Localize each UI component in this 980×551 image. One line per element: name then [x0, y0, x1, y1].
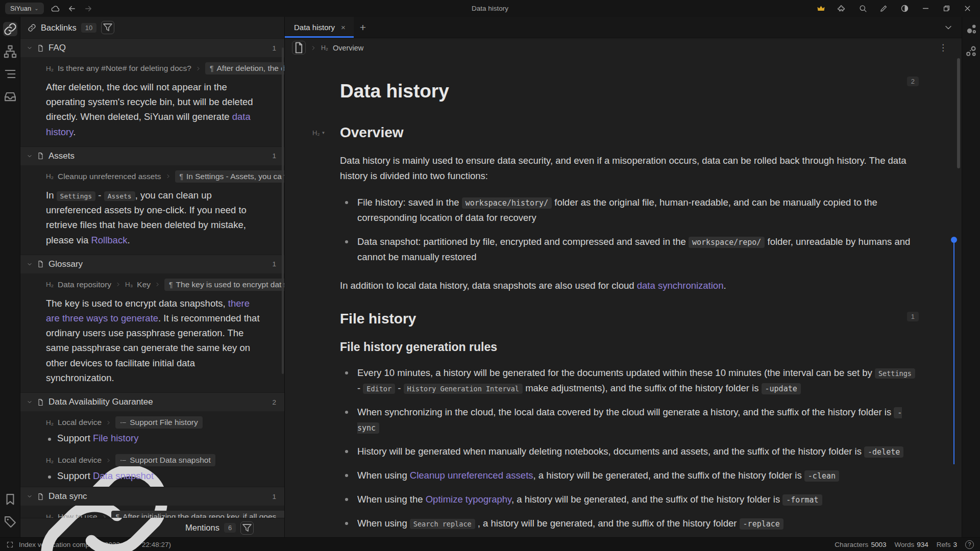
close-window-icon[interactable] — [963, 4, 972, 13]
breadcrumb-heading-label[interactable]: Overview — [333, 44, 363, 52]
heading-text[interactable]: Local device — [58, 456, 102, 465]
backlink-block[interactable]: After deletion, the doc will not appear … — [20, 76, 284, 146]
help-icon[interactable]: ? — [965, 540, 974, 549]
heading-text[interactable]: Key — [137, 280, 151, 289]
ref-link[interactable]: data synchronization — [637, 280, 724, 291]
ref-link[interactable]: File history — [93, 433, 138, 443]
doc-icon — [37, 44, 44, 52]
backlink-doc-header[interactable]: Data sync1 — [20, 487, 284, 506]
cloud-icon[interactable] — [51, 4, 60, 13]
graph-dock-icon[interactable] — [3, 44, 17, 59]
outline-dock-icon[interactable] — [3, 67, 17, 81]
app-menu-button[interactable]: SiYuan ⌄ — [5, 3, 44, 14]
list-item[interactable]: Data snapshot: partitioned by file, encr… — [340, 234, 918, 265]
list-item[interactable]: When using Search replace , a history wi… — [340, 516, 918, 531]
kbd-span: Settings — [57, 191, 96, 201]
heading-text[interactable]: Local device — [58, 418, 102, 427]
backlink-breadcrumb[interactable]: H₂How to use¶After initializing the data… — [20, 506, 284, 518]
back-icon[interactable] — [67, 4, 77, 13]
list-item[interactable]: When synchronizing in the cloud, the loc… — [340, 405, 918, 435]
vip-crown-icon[interactable] — [817, 4, 825, 13]
backlink-breadcrumb[interactable]: H₂Local deviceSupport Data snapshot — [20, 449, 284, 467]
tab-close-icon[interactable]: × — [341, 23, 346, 32]
doc-more-icon[interactable]: ⋮ — [939, 42, 947, 53]
mentions-filter-button[interactable] — [240, 521, 254, 535]
collapse-caret-icon[interactable]: ▼ — [321, 131, 325, 135]
ref-link[interactable]: there are three ways to generate — [46, 298, 250, 323]
heading-gutter-marker[interactable]: H₂▼ — [312, 129, 325, 137]
chevron-down-icon[interactable] — [27, 153, 33, 159]
list-item[interactable]: Every 10 minutes, a history will be gene… — [340, 365, 918, 396]
ref-count-badge[interactable]: 2 — [907, 77, 919, 86]
chevron-right-icon — [195, 66, 201, 71]
backlink-block[interactable]: Support Data snapshot — [20, 467, 284, 487]
backlinks-dock-icon[interactable] — [3, 22, 17, 36]
tab-data-history[interactable]: Data history × — [285, 17, 354, 38]
list-item[interactable]: History will be generated when manually … — [340, 444, 918, 459]
global-graph-dock-icon[interactable] — [964, 44, 978, 59]
chevron-down-icon[interactable] — [27, 399, 33, 405]
backlink-doc-header[interactable]: Assets1 — [20, 146, 284, 165]
backlink-doc-header[interactable]: Glossary1 — [20, 255, 284, 273]
backlink-breadcrumb[interactable]: H₂Data repositoryH₃Key¶The key is used t… — [20, 273, 284, 292]
block-crumb-chip[interactable]: Support Data snapshot — [115, 454, 215, 466]
inbox-dock-icon[interactable] — [3, 89, 17, 104]
theme-contrast-icon[interactable] — [900, 4, 909, 13]
heading-text[interactable]: How to use — [58, 512, 97, 518]
doc-icon[interactable] — [292, 41, 306, 55]
ref-link[interactable]: Cleanup unreferenced assets — [410, 470, 533, 481]
bookmark-dock-icon[interactable] — [3, 492, 17, 507]
backlinks-filter-button[interactable] — [101, 21, 114, 34]
chevron-right-icon — [155, 282, 160, 287]
chevron-down-icon[interactable] — [27, 493, 33, 499]
plugin-icon[interactable] — [838, 4, 846, 13]
heading-text[interactable]: Is there any #Note# for deleting docs? — [58, 64, 191, 73]
list-item[interactable]: File history: saved in the workspace/his… — [340, 195, 918, 226]
search-icon[interactable] — [859, 4, 867, 13]
block-crumb-chip[interactable]: Support File history — [115, 416, 203, 429]
ref-count-badge[interactable]: 1 — [907, 312, 919, 321]
ref-link[interactable]: data history — [46, 111, 251, 137]
block-crumb-chip[interactable]: ¶After initializing the data repo key, i… — [111, 511, 284, 518]
code-span: -clean — [804, 470, 839, 482]
backlink-breadcrumb[interactable]: H₂Local deviceSupport File history — [20, 411, 284, 430]
doc-paragraph[interactable]: In addition to local data history, data … — [340, 278, 918, 293]
mentions-bar[interactable]: Mentions 6 — [20, 518, 284, 537]
backlink-breadcrumb[interactable]: H₂Cleanup unreferenced assets¶In Setting… — [20, 165, 284, 184]
backlink-block[interactable]: In Settings - Assets, you can clean up u… — [20, 184, 284, 255]
paragraph-icon: ¶ — [169, 281, 173, 289]
list-item[interactable]: When using the Optimize typography, a hi… — [340, 492, 918, 507]
heading-text[interactable]: Data repository — [58, 280, 111, 289]
graph-view-dock-icon[interactable] — [964, 22, 978, 36]
heading-text[interactable]: Cleanup unreferenced assets — [58, 172, 161, 181]
chevron-right-icon — [106, 458, 111, 463]
chevron-down-icon[interactable] — [27, 45, 33, 51]
kbd-span: Editor — [363, 384, 395, 394]
backlink-doc-header[interactable]: Data Availability Guarantee2 — [20, 392, 284, 411]
ref-link[interactable]: Rollback — [91, 235, 127, 245]
ref-link[interactable]: Data snapshot — [93, 470, 154, 481]
doc-paragraph[interactable]: Data history is mainly used to ensure da… — [340, 153, 918, 184]
minimize-icon[interactable] — [921, 4, 930, 13]
backlink-breadcrumb[interactable]: H₂Is there any #Note# for deleting docs?… — [20, 57, 284, 76]
tab-list-chevron-icon[interactable] — [943, 22, 953, 33]
scroll-position-dot[interactable] — [951, 237, 957, 243]
chevron-right-icon — [115, 282, 121, 287]
forward-icon[interactable] — [84, 4, 93, 13]
restore-window-icon[interactable] — [942, 4, 951, 13]
tab-label: Data history — [294, 23, 335, 32]
list-item[interactable]: When using Cleanup unreferenced assets, … — [340, 468, 918, 483]
ref-link[interactable]: Optimize typography — [426, 494, 511, 505]
editor-scrollbar[interactable] — [957, 58, 960, 168]
chevron-down-icon[interactable] — [27, 261, 33, 267]
backlink-block[interactable]: Support File history — [20, 430, 284, 449]
block-crumb-chip[interactable]: ¶The key is used to encrypt data sna — [164, 279, 284, 291]
new-tab-button[interactable]: + — [354, 17, 372, 38]
block-crumb-chip[interactable]: ¶In Settings - Assets, you can clea — [175, 170, 285, 183]
backlink-doc-header[interactable]: FAQ1 — [20, 38, 284, 57]
tag-dock-icon[interactable] — [3, 515, 17, 529]
backlink-block[interactable]: The key is used to encrypt data snapshot… — [20, 292, 284, 392]
block-crumb-chip[interactable]: ¶After deletion, the doc — [205, 62, 284, 74]
panel-scrollbar[interactable] — [282, 47, 284, 374]
edit-pencil-icon[interactable] — [879, 4, 888, 13]
